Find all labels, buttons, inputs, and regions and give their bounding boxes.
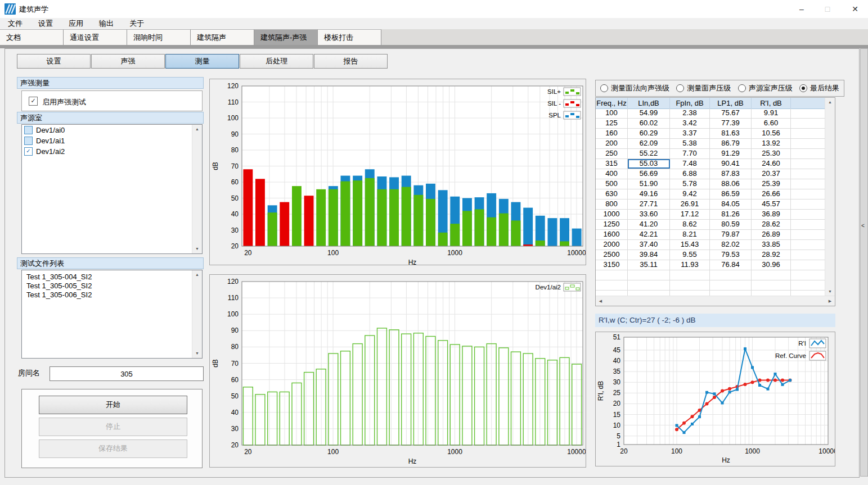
radio-option[interactable]: 测量面声压级 xyxy=(676,83,731,93)
table-cell[interactable]: 91.29 xyxy=(710,149,752,158)
table-cell[interactable]: 7.48 xyxy=(670,159,710,169)
sub-tab[interactable]: 声强 xyxy=(91,54,165,69)
table-row[interactable]: 31555.037.4890.4124.60 xyxy=(596,159,825,169)
collapse-left-icon[interactable]: < xyxy=(861,223,865,229)
table-row[interactable]: 63049.169.4286.5926.66 xyxy=(596,189,825,200)
table-cell[interactable]: 1000 xyxy=(596,210,628,219)
table-cell[interactable]: 9.91 xyxy=(752,108,791,118)
sub-tab[interactable]: 测量 xyxy=(165,54,239,69)
main-tab[interactable]: 文档 xyxy=(0,29,64,45)
table-cell[interactable]: 33.85 xyxy=(752,240,791,250)
channel-checkbox[interactable] xyxy=(24,126,33,134)
table-cell[interactable]: 55.22 xyxy=(628,149,670,158)
vertical-scrollbar[interactable]: ▲▼ xyxy=(192,125,202,253)
table-cell[interactable]: 5.78 xyxy=(670,179,710,189)
table-cell[interactable]: 49.16 xyxy=(628,189,670,199)
radio-circle[interactable] xyxy=(738,84,746,92)
table-cell[interactable]: 28.62 xyxy=(752,220,791,229)
table-cell[interactable]: 56.69 xyxy=(628,169,670,179)
sub-tab[interactable]: 后处理 xyxy=(240,54,313,69)
menu-item-设置[interactable]: 设置 xyxy=(30,18,61,29)
table-row[interactable]: 20062.095.3886.7913.92 xyxy=(596,139,825,149)
table-cell[interactable]: 200 xyxy=(596,139,628,148)
side-panel-splitter[interactable] xyxy=(860,48,868,477)
table-cell[interactable]: 11.93 xyxy=(670,260,710,270)
main-tab[interactable]: 通道设置 xyxy=(64,29,127,45)
table-cell[interactable]: 125 xyxy=(596,119,628,128)
table-cell[interactable]: 36.89 xyxy=(752,210,791,219)
table-cell[interactable]: 87.83 xyxy=(710,169,752,179)
table-cell[interactable]: 26.66 xyxy=(752,189,791,199)
table-cell[interactable]: 3.42 xyxy=(670,119,710,128)
menu-item-文件[interactable]: 文件 xyxy=(0,18,30,29)
table-cell[interactable]: 9.42 xyxy=(670,189,710,199)
channel-checkbox[interactable]: ✓ xyxy=(24,147,33,156)
vertical-scrollbar[interactable]: ▲▼ xyxy=(192,270,202,358)
radio-selected[interactable]: 最后结果 xyxy=(799,83,839,93)
horizontal-scrollbar[interactable]: ◀▶ xyxy=(596,296,835,306)
table-cell[interactable]: 500 xyxy=(596,179,628,189)
test-file-list[interactable]: Test 1_305-004_SI2Test 1_305-005_SI2Test… xyxy=(21,270,203,359)
table-cell[interactable]: 15.43 xyxy=(670,240,710,250)
menu-item-输出[interactable]: 输出 xyxy=(91,18,122,29)
table-cell[interactable]: 82.02 xyxy=(710,240,752,250)
table-cell[interactable]: 35.11 xyxy=(628,260,670,270)
test-file-item[interactable]: Test 1_305-005_SI2 xyxy=(22,282,202,291)
enable-intensity-checkbox[interactable]: ✓ xyxy=(29,97,38,106)
table-cell[interactable]: 26.89 xyxy=(752,230,791,239)
table-row[interactable]: 250039.849.5579.5328.92 xyxy=(596,250,825,260)
table-row[interactable]: 25055.227.7091.2925.30 xyxy=(596,149,825,159)
table-cell[interactable]: 5.38 xyxy=(670,139,710,148)
table-cell[interactable]: 8.21 xyxy=(670,230,710,239)
table-cell[interactable]: 13.92 xyxy=(752,139,791,148)
table-row[interactable]: 200037.4015.4382.0233.85 xyxy=(596,240,825,250)
radio-circle[interactable] xyxy=(676,84,684,92)
table-cell[interactable]: 75.67 xyxy=(710,108,752,118)
table-cell[interactable]: 400 xyxy=(596,169,628,179)
table-cell[interactable]: 100 xyxy=(596,108,628,118)
table-cell[interactable]: 250 xyxy=(596,149,628,158)
scroll-up-icon[interactable]: ▲ xyxy=(192,125,202,134)
table-cell[interactable]: 10.56 xyxy=(752,129,791,138)
menu-item-关于[interactable]: 关于 xyxy=(122,18,152,29)
scroll-down-icon[interactable]: ▼ xyxy=(825,287,835,296)
test-file-item[interactable]: Test 1_305-006_SI2 xyxy=(22,291,202,300)
table-cell[interactable]: 2000 xyxy=(596,240,628,250)
table-cell[interactable]: 79.53 xyxy=(710,250,752,260)
table-cell[interactable]: 27.71 xyxy=(628,200,670,209)
table-cell[interactable]: 6.88 xyxy=(670,169,710,179)
table-row[interactable]: 100033.6017.1281.2636.89 xyxy=(596,210,825,220)
start-button[interactable]: 开始 xyxy=(39,396,187,414)
table-cell[interactable]: 28.92 xyxy=(752,250,791,260)
table-cell[interactable]: 84.05 xyxy=(710,200,752,209)
table-cell[interactable]: 33.60 xyxy=(628,210,670,219)
vertical-scrollbar[interactable]: ▲▼ xyxy=(825,98,835,296)
channel-row[interactable]: Dev1/ai1 xyxy=(22,135,202,146)
table-cell[interactable]: 6.60 xyxy=(752,119,791,128)
room-name-input[interactable] xyxy=(50,366,204,381)
table-cell[interactable]: 86.79 xyxy=(710,139,752,148)
main-tab[interactable]: 建筑隔声-声强 xyxy=(254,29,318,45)
table-cell[interactable]: 86.59 xyxy=(710,189,752,199)
table-row[interactable]: 315035.1111.9376.8430.96 xyxy=(596,260,825,270)
close-button[interactable]: ✕ xyxy=(842,0,868,18)
radio-circle[interactable] xyxy=(600,84,608,92)
table-cell[interactable]: 3150 xyxy=(596,260,628,270)
table-cell[interactable]: 88.06 xyxy=(710,179,752,189)
table-row[interactable]: 12560.023.4277.396.60 xyxy=(596,119,825,129)
table-cell[interactable]: 80.59 xyxy=(710,220,752,229)
scroll-up-icon[interactable]: ▲ xyxy=(192,270,202,279)
table-cell[interactable]: 60.02 xyxy=(628,119,670,128)
table-cell[interactable]: 77.39 xyxy=(710,119,752,128)
channel-row[interactable]: Dev1/ai0 xyxy=(22,125,202,135)
table-cell[interactable]: 315 xyxy=(596,159,628,169)
table-cell[interactable]: 76.84 xyxy=(710,260,752,270)
stop-button[interactable]: 停止 xyxy=(39,418,187,436)
table-cell[interactable]: 3.37 xyxy=(670,129,710,138)
main-tab[interactable]: 建筑隔声 xyxy=(191,29,254,45)
table-row[interactable]: 16060.293.3781.6310.56 xyxy=(596,129,825,139)
scroll-up-icon[interactable]: ▲ xyxy=(825,98,835,107)
table-cell[interactable]: 79.87 xyxy=(710,230,752,239)
table-cell[interactable]: 55.03 xyxy=(628,159,670,169)
table-cell[interactable]: 2.38 xyxy=(670,108,710,118)
